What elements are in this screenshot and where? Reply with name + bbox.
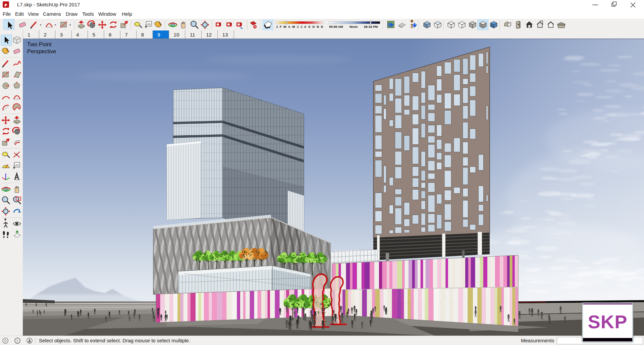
svg-text:Perspective: Perspective	[27, 48, 56, 54]
svg-text:06:16 PM: 06:16 PM	[364, 25, 378, 28]
svg-text:11: 11	[190, 32, 195, 38]
svg-text:10: 10	[174, 32, 179, 38]
svg-text:2: 2	[44, 32, 46, 38]
svg-text:A1: A1	[147, 22, 151, 26]
svg-text:13: 13	[222, 32, 228, 38]
svg-text:8: 8	[141, 32, 144, 38]
svg-text:JFMAMJJASOND: JFMAMJJASOND	[276, 25, 325, 28]
svg-text:05:56 AM: 05:56 AM	[329, 25, 343, 28]
svg-text:Noon: Noon	[350, 25, 358, 28]
svg-text:4: 4	[76, 32, 79, 38]
svg-text:▾: ▾	[69, 23, 71, 26]
svg-text:5: 5	[93, 32, 95, 38]
svg-text:▾: ▾	[40, 23, 41, 26]
svg-text:1: 1	[28, 32, 30, 38]
svg-text:Two Point: Two Point	[27, 41, 52, 47]
svg-text:9: 9	[157, 32, 160, 38]
svg-text:12: 12	[206, 32, 212, 38]
svg-text:6: 6	[109, 32, 111, 38]
svg-text:▾: ▾	[55, 23, 56, 26]
svg-text:3: 3	[60, 32, 63, 38]
svg-text:i: i	[17, 339, 17, 343]
svg-text:A1: A1	[15, 163, 19, 167]
svg-text:7: 7	[125, 32, 127, 38]
